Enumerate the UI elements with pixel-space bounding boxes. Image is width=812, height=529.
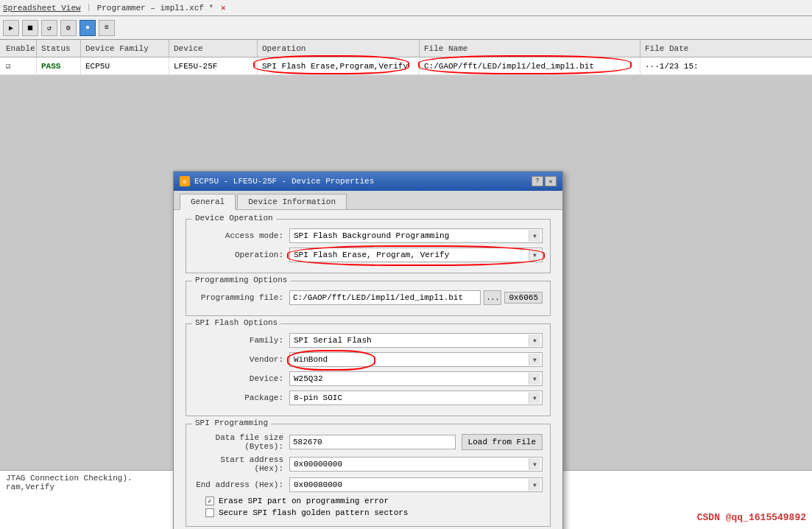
checkbox1-row: ✓ Erase SPI part on programming error — [205, 497, 543, 505]
checkbox2-label: Secure SPI flash golden pattern sectors — [219, 508, 408, 517]
td-filedate: ···1/23 15: — [640, 57, 812, 74]
td-status: PASS — [37, 57, 81, 74]
tab-general[interactable]: General — [180, 194, 236, 210]
end-addr-select[interactable]: 0x00080000 ▼ — [289, 477, 543, 492]
td-enable[interactable]: ☑ — [0, 57, 37, 74]
programming-file-input[interactable] — [289, 290, 481, 305]
family-value: SPI Serial Flash — [292, 336, 529, 345]
spi-programming-title: SPI Programming — [192, 418, 271, 427]
end-addr-arrow: ▼ — [529, 479, 540, 491]
programming-options-title: Programming Options — [192, 276, 290, 284]
data-size-row: Data file size (Bytes): Load from File — [194, 433, 543, 451]
th-filename: File Name — [420, 40, 640, 57]
dialog-title: ECP5U - LFE5U-25F - Device Properties — [194, 177, 374, 186]
checkbox1-label: Erase SPI part on programming error — [219, 497, 389, 505]
operation-arrow: ▼ — [529, 249, 540, 261]
package-row: Package: 8-pin SOIC ▼ — [194, 390, 543, 405]
dialog: ⚙ ECP5U - LFE5U-25F - Device Properties … — [173, 171, 563, 529]
operation-select[interactable]: SPI Flash Erase, Program, Verify ▼ — [289, 248, 543, 262]
access-mode-label: Access mode: — [194, 231, 289, 240]
device-row: Device: W25Q32 ▼ — [194, 371, 543, 386]
start-addr-row: Start address (Hex): 0x00000000 ▼ — [194, 455, 543, 473]
checkbox2-row: Secure SPI flash golden pattern sectors — [205, 508, 543, 517]
operation-value: SPI Flash Erase, Program, Verify — [292, 251, 529, 259]
th-filedate: File Date — [640, 40, 812, 57]
main-area: JTAG Connection Checking). ram,Verify CS… — [0, 75, 812, 529]
file-row: ... 0x6065 — [289, 290, 543, 305]
dialog-titlebar-left: ⚙ ECP5U - LFE5U-25F - Device Properties — [180, 176, 374, 186]
access-mode-value: SPI Flash Background Programming — [292, 231, 529, 240]
toolbar-btn-active[interactable]: ● — [80, 20, 96, 36]
end-addr-label: End address (Hex): — [194, 480, 289, 489]
start-addr-select[interactable]: 0x00000000 ▼ — [289, 457, 543, 472]
access-mode-select[interactable]: SPI Flash Background Programming ▼ — [289, 228, 543, 243]
start-addr-value: 0x00000000 — [292, 460, 529, 469]
device-arrow: ▼ — [529, 373, 540, 385]
checkbox2[interactable] — [205, 508, 214, 517]
package-value: 8-pin SOIC — [292, 393, 529, 402]
dialog-content: Device Operation Access mode: SPI Flash … — [174, 210, 562, 529]
package-label: Package: — [194, 393, 289, 402]
programmer-title: Programmer – impl1.xcf * — [97, 4, 213, 13]
data-size-group: Load from File — [289, 434, 543, 450]
watermark: CSDN @qq_1615549892 — [697, 512, 806, 523]
vendor-value: WinBond — [292, 355, 529, 364]
td-operation: SPI Flash Erase,Program,Verify — [258, 57, 420, 74]
end-addr-row: End address (Hex): 0x00080000 ▼ — [194, 477, 543, 492]
td-filename: C:/GAOP/fft/LED/impl1/led_impl1.bit — [420, 57, 640, 74]
access-mode-row: Access mode: SPI Flash Background Progra… — [194, 228, 543, 243]
toolbar-btn-settings[interactable]: ⚙ — [60, 20, 77, 36]
start-addr-label: Start address (Hex): — [194, 455, 289, 473]
top-bar: Spreadsheet View | Programmer – impl1.xc… — [0, 0, 812, 16]
table-row[interactable]: ☑ PASS ECP5U LFE5U-25F SPI Flash Erase,P… — [0, 57, 812, 75]
th-enable: Enable — [0, 40, 37, 57]
vendor-label: Vendor: — [194, 355, 289, 364]
dialog-icon: ⚙ — [180, 176, 190, 186]
device-value: W25Q32 — [292, 374, 529, 383]
th-operation: Operation — [258, 40, 420, 57]
close-icon[interactable]: ✕ — [221, 3, 226, 13]
table-header: Enable Status Device Family Device Opera… — [0, 40, 812, 57]
spi-programming-section: SPI Programming Data file size (Bytes): … — [186, 424, 551, 527]
package-arrow: ▼ — [529, 392, 540, 404]
hex-badge: 0x6065 — [504, 292, 543, 304]
toolbar-btn-run[interactable]: ▶ — [3, 20, 19, 36]
dialog-close-btn[interactable]: ✕ — [545, 176, 557, 186]
td-family: ECP5U — [81, 57, 169, 74]
device-operation-section: Device Operation Access mode: SPI Flash … — [186, 219, 551, 273]
package-select[interactable]: 8-pin SOIC ▼ — [289, 390, 543, 405]
programming-options-section: Programming Options Programming file: ..… — [186, 281, 551, 316]
data-size-input[interactable] — [289, 435, 456, 449]
device-select[interactable]: W25Q32 ▼ — [289, 371, 543, 386]
dialog-titlebar: ⚙ ECP5U - LFE5U-25F - Device Properties … — [174, 172, 562, 191]
end-addr-value: 0x00080000 — [292, 480, 529, 489]
toolbar-btn-menu[interactable]: ≡ — [99, 20, 115, 36]
spi-flash-options-section: SPI Flash Options Family: SPI Serial Fla… — [186, 323, 551, 416]
vendor-select[interactable]: WinBond ▼ — [289, 352, 543, 367]
load-from-file-btn[interactable]: Load from File — [462, 434, 543, 450]
vendor-arrow: ▼ — [529, 354, 540, 365]
device-label: Device: — [194, 374, 289, 383]
spreadsheet-label[interactable]: Spreadsheet View — [3, 4, 81, 13]
spi-flash-options-title: SPI Flash Options — [192, 318, 280, 327]
toolbar-btn-stop[interactable]: ⏹ — [22, 20, 38, 36]
toolbar-btn-refresh[interactable]: ↺ — [41, 20, 57, 36]
dialog-titlebar-btns: ? ✕ — [532, 176, 557, 186]
family-select[interactable]: SPI Serial Flash ▼ — [289, 333, 543, 348]
dialog-tabs: General Device Information — [174, 191, 562, 210]
family-arrow: ▼ — [529, 334, 540, 346]
programming-file-row: Programming file: ... 0x6065 — [194, 290, 543, 305]
tab-device-information[interactable]: Device Information — [237, 194, 347, 209]
checkbox1[interactable]: ✓ — [205, 497, 214, 505]
family-row: Family: SPI Serial Flash ▼ — [194, 333, 543, 348]
th-device: Device — [169, 40, 258, 57]
start-addr-arrow: ▼ — [529, 458, 540, 470]
th-status: Status — [37, 40, 81, 57]
device-operation-title: Device Operation — [192, 214, 276, 223]
th-family: Device Family — [81, 40, 169, 57]
browse-btn[interactable]: ... — [484, 290, 501, 305]
operation-label: Operation: — [194, 251, 289, 259]
toolbar: ▶ ⏹ ↺ ⚙ ● ≡ — [0, 16, 812, 40]
dialog-help-btn[interactable]: ? — [532, 176, 543, 186]
operation-row: Operation: SPI Flash Erase, Program, Ver… — [194, 248, 543, 262]
